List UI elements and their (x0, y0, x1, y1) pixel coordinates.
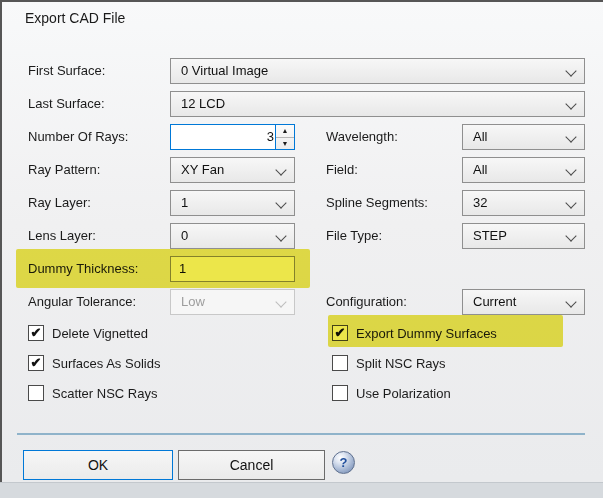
dummy-thickness-value: 1 (179, 257, 186, 281)
last-surface-value: 12 LCD (181, 92, 225, 116)
checkbox-box[interactable] (332, 355, 348, 371)
number-of-rays-value[interactable]: 3 (171, 125, 276, 149)
ray-pattern-select[interactable]: XY Fan (170, 157, 295, 183)
field-value: All (473, 158, 487, 182)
field-select[interactable]: All (462, 157, 585, 183)
angular-tolerance-select: Low (170, 289, 295, 315)
wavelength-select[interactable]: All (462, 124, 585, 150)
checkbox-label: Use Polarization (356, 385, 451, 402)
dummy-thickness-input[interactable]: 1 (170, 256, 295, 282)
chevron-down-icon (565, 164, 576, 175)
file-type-label: File Type: (326, 223, 382, 249)
dialog-title: Export CAD File (25, 10, 125, 26)
chevron-down-icon (275, 164, 286, 175)
chevron-down-icon (565, 230, 576, 241)
number-of-rays-spinner: ▲ ▼ (275, 125, 294, 149)
ray-layer-select[interactable]: 1 (170, 190, 295, 216)
chevron-down-icon (275, 296, 286, 307)
lens-layer-label: Lens Layer: (28, 223, 96, 249)
first-surface-value: 0 Virtual Image (181, 59, 268, 83)
chevron-down-icon (275, 197, 286, 208)
ray-pattern-label: Ray Pattern: (28, 157, 100, 183)
spline-segments-label: Spline Segments: (326, 190, 428, 216)
checkbox-label: Delete Vignetted (52, 325, 148, 342)
first-surface-select[interactable]: 0 Virtual Image (170, 58, 585, 84)
first-surface-label: First Surface: (28, 58, 105, 84)
window-left-border (0, 0, 2, 498)
field-label: Field: (326, 157, 358, 183)
lens-layer-select[interactable]: 0 (170, 223, 295, 249)
checkbox-box[interactable] (28, 385, 44, 401)
spline-segments-value: 32 (473, 191, 487, 215)
chevron-down-icon (565, 197, 576, 208)
ok-button[interactable]: OK (23, 450, 173, 480)
help-icon[interactable]: ? (332, 451, 355, 474)
configuration-label: Configuration: (326, 289, 407, 315)
checkbox-label: Export Dummy Surfaces (356, 325, 497, 342)
configuration-value: Current (473, 290, 516, 314)
ray-layer-label: Ray Layer: (28, 190, 91, 216)
chevron-down-icon (565, 98, 576, 109)
number-of-rays-input[interactable]: 3 ▲ ▼ (170, 124, 295, 150)
angular-tolerance-value: Low (181, 290, 205, 314)
checkbox-box[interactable]: ✔ (332, 325, 348, 341)
window-top-border (0, 0, 603, 2)
chevron-down-icon (565, 65, 576, 76)
window-bottom-strip (0, 482, 603, 498)
configuration-select[interactable]: Current (462, 289, 585, 315)
lens-layer-value: 0 (181, 224, 188, 248)
dummy-thickness-label: Dummy Thickness: (28, 256, 138, 282)
ray-pattern-value: XY Fan (181, 158, 224, 182)
checkbox-box[interactable] (332, 385, 348, 401)
chevron-down-icon (565, 296, 576, 307)
checkbox-label: Split NSC Rays (356, 355, 446, 372)
spline-segments-select[interactable]: 32 (462, 190, 585, 216)
export-cad-file-dialog: Export CAD File First Surface: 0 Virtual… (0, 0, 603, 498)
checkbox-label: Scatter NSC Rays (52, 385, 157, 402)
number-of-rays-label: Number Of Rays: (28, 124, 128, 150)
spin-down-icon[interactable]: ▼ (276, 137, 294, 150)
last-surface-label: Last Surface: (28, 91, 105, 117)
angular-tolerance-label: Angular Tolerance: (28, 289, 136, 315)
checkbox-box[interactable]: ✔ (28, 325, 44, 341)
spin-up-icon[interactable]: ▲ (276, 125, 294, 137)
file-type-select[interactable]: STEP (462, 223, 585, 249)
ray-layer-value: 1 (181, 191, 188, 215)
chevron-down-icon (565, 131, 576, 142)
checkbox-label: Surfaces As Solids (52, 355, 160, 372)
chevron-down-icon (275, 230, 286, 241)
cancel-button[interactable]: Cancel (178, 450, 325, 480)
last-surface-select[interactable]: 12 LCD (170, 91, 585, 117)
file-type-value: STEP (473, 224, 507, 248)
checkbox-box[interactable]: ✔ (28, 355, 44, 371)
wavelength-label: Wavelength: (326, 124, 398, 150)
footer-separator (17, 433, 585, 435)
wavelength-value: All (473, 125, 487, 149)
